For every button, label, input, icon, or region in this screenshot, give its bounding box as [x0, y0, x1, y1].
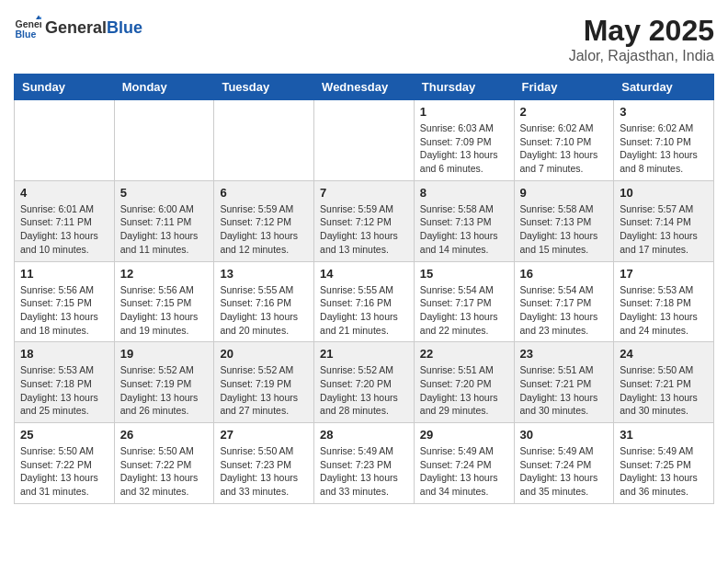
svg-text:Blue: Blue	[16, 29, 37, 40]
day-cell: 11Sunrise: 5:56 AM Sunset: 7:15 PM Dayli…	[15, 261, 115, 342]
week-row-2: 4Sunrise: 6:01 AM Sunset: 7:11 PM Daylig…	[15, 180, 714, 261]
day-info: Sunrise: 6:02 AM Sunset: 7:10 PM Dayligh…	[620, 121, 708, 176]
day-cell: 12Sunrise: 5:56 AM Sunset: 7:15 PM Dayli…	[114, 261, 214, 342]
day-info: Sunrise: 6:03 AM Sunset: 7:09 PM Dayligh…	[420, 121, 508, 176]
day-info: Sunrise: 5:56 AM Sunset: 7:15 PM Dayligh…	[120, 283, 209, 338]
day-info: Sunrise: 5:52 AM Sunset: 7:19 PM Dayligh…	[220, 363, 308, 418]
day-info: Sunrise: 5:50 AM Sunset: 7:21 PM Dayligh…	[620, 363, 708, 418]
day-info: Sunrise: 5:57 AM Sunset: 7:14 PM Dayligh…	[620, 202, 708, 257]
day-number: 7	[320, 186, 408, 200]
day-number: 13	[220, 267, 308, 281]
day-cell: 24Sunrise: 5:50 AM Sunset: 7:21 PM Dayli…	[614, 342, 714, 423]
day-cell: 30Sunrise: 5:49 AM Sunset: 7:24 PM Dayli…	[514, 423, 614, 504]
day-info: Sunrise: 6:02 AM Sunset: 7:10 PM Dayligh…	[520, 121, 609, 176]
day-number: 3	[620, 105, 708, 119]
day-number: 20	[220, 347, 308, 361]
day-number: 24	[620, 347, 708, 361]
header-tuesday: Tuesday	[214, 75, 314, 100]
logo: General Blue GeneralBlue	[14, 14, 142, 41]
location-title: Jalor, Rajasthan, India	[569, 48, 714, 64]
day-number: 28	[320, 428, 408, 442]
day-cell: 6Sunrise: 5:59 AM Sunset: 7:12 PM Daylig…	[214, 180, 314, 261]
day-info: Sunrise: 5:50 AM Sunset: 7:23 PM Dayligh…	[220, 444, 308, 499]
day-number: 6	[220, 186, 308, 200]
week-row-4: 18Sunrise: 5:53 AM Sunset: 7:18 PM Dayli…	[15, 342, 714, 423]
day-cell: 23Sunrise: 5:51 AM Sunset: 7:21 PM Dayli…	[514, 342, 614, 423]
day-cell	[114, 100, 214, 181]
header: General Blue GeneralBlue May 2025 Jalor,…	[14, 14, 714, 64]
logo-general: General	[45, 18, 107, 38]
day-cell: 31Sunrise: 5:49 AM Sunset: 7:25 PM Dayli…	[614, 423, 714, 504]
day-info: Sunrise: 5:53 AM Sunset: 7:18 PM Dayligh…	[20, 363, 108, 418]
logo-blue: Blue	[107, 18, 142, 38]
day-info: Sunrise: 5:52 AM Sunset: 7:20 PM Dayligh…	[320, 363, 408, 418]
header-sunday: Sunday	[15, 75, 115, 100]
day-info: Sunrise: 5:53 AM Sunset: 7:18 PM Dayligh…	[620, 283, 708, 338]
day-cell: 26Sunrise: 5:50 AM Sunset: 7:22 PM Dayli…	[114, 423, 214, 504]
day-info: Sunrise: 6:01 AM Sunset: 7:11 PM Dayligh…	[20, 202, 108, 257]
week-row-1: 1Sunrise: 6:03 AM Sunset: 7:09 PM Daylig…	[15, 100, 714, 181]
day-cell: 14Sunrise: 5:55 AM Sunset: 7:16 PM Dayli…	[314, 261, 415, 342]
day-info: Sunrise: 5:55 AM Sunset: 7:16 PM Dayligh…	[220, 283, 308, 338]
day-number: 10	[620, 186, 708, 200]
day-cell	[214, 100, 314, 181]
day-number: 1	[420, 105, 508, 119]
day-number: 29	[420, 428, 508, 442]
calendar-table: SundayMondayTuesdayWednesdayThursdayFrid…	[14, 74, 714, 504]
day-cell: 2Sunrise: 6:02 AM Sunset: 7:10 PM Daylig…	[514, 100, 614, 181]
day-cell: 18Sunrise: 5:53 AM Sunset: 7:18 PM Dayli…	[15, 342, 115, 423]
day-info: Sunrise: 5:59 AM Sunset: 7:12 PM Dayligh…	[320, 202, 408, 257]
day-info: Sunrise: 5:50 AM Sunset: 7:22 PM Dayligh…	[120, 444, 209, 499]
day-number: 18	[20, 347, 108, 361]
day-number: 15	[420, 267, 508, 281]
day-number: 30	[520, 428, 609, 442]
day-cell: 19Sunrise: 5:52 AM Sunset: 7:19 PM Dayli…	[114, 342, 214, 423]
day-number: 8	[420, 186, 508, 200]
day-number: 27	[220, 428, 308, 442]
day-cell: 16Sunrise: 5:54 AM Sunset: 7:17 PM Dayli…	[514, 261, 614, 342]
day-number: 12	[120, 267, 209, 281]
day-number: 5	[120, 186, 209, 200]
day-info: Sunrise: 5:54 AM Sunset: 7:17 PM Dayligh…	[520, 283, 609, 338]
day-info: Sunrise: 5:49 AM Sunset: 7:24 PM Dayligh…	[420, 444, 508, 499]
logo-icon: General Blue	[14, 14, 41, 41]
day-number: 19	[120, 347, 209, 361]
day-info: Sunrise: 5:54 AM Sunset: 7:17 PM Dayligh…	[420, 283, 508, 338]
day-info: Sunrise: 5:50 AM Sunset: 7:22 PM Dayligh…	[20, 444, 108, 499]
header-row: SundayMondayTuesdayWednesdayThursdayFrid…	[15, 75, 714, 100]
month-title: May 2025	[569, 14, 714, 48]
day-cell	[314, 100, 415, 181]
day-cell: 22Sunrise: 5:51 AM Sunset: 7:20 PM Dayli…	[414, 342, 514, 423]
day-cell: 21Sunrise: 5:52 AM Sunset: 7:20 PM Dayli…	[314, 342, 415, 423]
day-number: 2	[520, 105, 609, 119]
day-info: Sunrise: 5:49 AM Sunset: 7:24 PM Dayligh…	[520, 444, 609, 499]
day-info: Sunrise: 6:00 AM Sunset: 7:11 PM Dayligh…	[120, 202, 209, 257]
day-cell: 25Sunrise: 5:50 AM Sunset: 7:22 PM Dayli…	[15, 423, 115, 504]
day-info: Sunrise: 5:59 AM Sunset: 7:12 PM Dayligh…	[220, 202, 308, 257]
day-cell: 17Sunrise: 5:53 AM Sunset: 7:18 PM Dayli…	[614, 261, 714, 342]
day-cell: 5Sunrise: 6:00 AM Sunset: 7:11 PM Daylig…	[114, 180, 214, 261]
day-number: 22	[420, 347, 508, 361]
day-number: 9	[520, 186, 609, 200]
day-cell: 29Sunrise: 5:49 AM Sunset: 7:24 PM Dayli…	[414, 423, 514, 504]
week-row-3: 11Sunrise: 5:56 AM Sunset: 7:15 PM Dayli…	[15, 261, 714, 342]
day-info: Sunrise: 5:56 AM Sunset: 7:15 PM Dayligh…	[20, 283, 108, 338]
day-number: 11	[20, 267, 108, 281]
day-cell: 20Sunrise: 5:52 AM Sunset: 7:19 PM Dayli…	[214, 342, 314, 423]
day-info: Sunrise: 5:49 AM Sunset: 7:23 PM Dayligh…	[320, 444, 408, 499]
day-cell: 13Sunrise: 5:55 AM Sunset: 7:16 PM Dayli…	[214, 261, 314, 342]
day-info: Sunrise: 5:51 AM Sunset: 7:20 PM Dayligh…	[420, 363, 508, 418]
day-cell: 15Sunrise: 5:54 AM Sunset: 7:17 PM Dayli…	[414, 261, 514, 342]
day-info: Sunrise: 5:55 AM Sunset: 7:16 PM Dayligh…	[320, 283, 408, 338]
day-info: Sunrise: 5:49 AM Sunset: 7:25 PM Dayligh…	[620, 444, 708, 499]
day-cell: 7Sunrise: 5:59 AM Sunset: 7:12 PM Daylig…	[314, 180, 415, 261]
day-cell: 8Sunrise: 5:58 AM Sunset: 7:13 PM Daylig…	[414, 180, 514, 261]
header-monday: Monday	[114, 75, 214, 100]
day-number: 23	[520, 347, 609, 361]
day-number: 17	[620, 267, 708, 281]
header-saturday: Saturday	[614, 75, 714, 100]
day-number: 16	[520, 267, 609, 281]
header-thursday: Thursday	[414, 75, 514, 100]
day-number: 26	[120, 428, 209, 442]
header-wednesday: Wednesday	[314, 75, 415, 100]
